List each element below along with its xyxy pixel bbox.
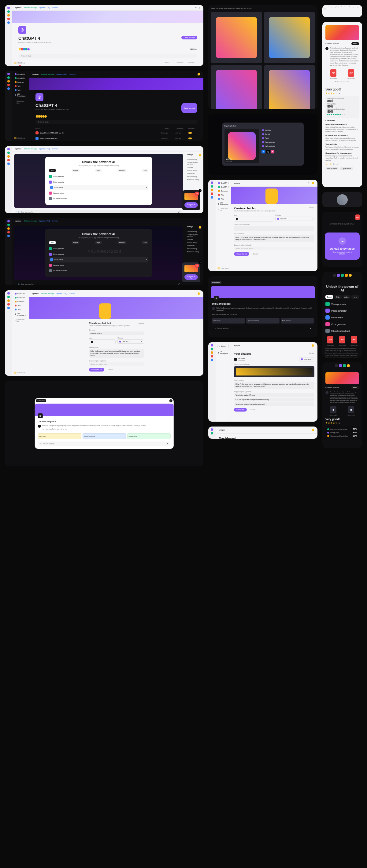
generated-image[interactable] [264,12,315,63]
chat-input[interactable]: ☺Ask me anything➤ [38,441,170,446]
tool-item[interactable]: Photo editor [326,314,359,321]
tool-item[interactable]: Video generator [49,174,148,179]
chat-row[interactable]: Upload form in HTML, CSS and JS1 min ago… [18,64,197,66]
tool-item[interactable]: Photo generator [49,179,148,185]
search-icon[interactable]: ⚲ [308,182,309,184]
prompt-input[interactable]: 📎Enter a prompt here🎤 [15,282,182,285]
panel-item[interactable]: Summarize [187,172,201,175]
panel-item[interactable]: Answer writing [187,175,201,178]
pdf-icon: PDF [330,69,336,77]
file-attachment[interactable]: PDFfile-name.pdf [343,69,359,79]
menu-icon[interactable] [333,274,336,277]
rail-dot[interactable] [7,21,10,24]
close-icon[interactable]: × [301,125,302,127]
export-pdf-button[interactable]: Export to PDF [340,167,353,170]
avatar[interactable] [197,73,200,76]
tab-low[interactable]: Low [142,169,148,172]
tool-item[interactable]: Education feedback [326,328,359,334]
tab-input[interactable]: Input [49,169,56,172]
tab-medium[interactable]: Medium [117,169,126,172]
rail-dot[interactable] [7,14,10,17]
export-option[interactable]: High-resolution [261,145,301,148]
panel-item[interactable]: Translate [187,166,201,169]
search-icon[interactable]: ⚲ [195,7,197,8]
x-icon[interactable]: 𝕏 [266,150,270,153]
avatar[interactable] [198,154,201,157]
tool-item[interactable]: Code generator [326,321,359,328]
sidebar-item[interactable]: Tally [14,85,28,88]
hide-analytics-button[interactable]: Hide analytics [326,167,339,170]
intro-textarea[interactable]: Hello, I'm Synapse a large language mode… [89,349,144,358]
mobile-upload: PDF Unlock the power of AI ☁ Upload to S… [322,212,362,267]
tab-high[interactable]: High [95,169,102,172]
tool-item[interactable]: Code generator [49,190,148,196]
create-chat-button[interactable]: Create new chat [181,36,197,39]
cancel-button[interactable]: Cancel [106,368,115,372]
quick-action[interactable]: Question answering [82,433,126,439]
create-chat-button[interactable]: Create new chat [181,103,197,113]
avatar[interactable] [349,274,352,277]
topbar-welcome[interactable]: Welcome message [24,7,37,8]
sidebar-item[interactable]: ChatGPT 4 [14,73,28,76]
tool-item[interactable]: Education feedback [49,196,148,202]
sidebar-item[interactable]: Tally [14,89,28,92]
generated-image[interactable] [211,65,262,109]
user-profile[interactable]: Clark Kevin [14,62,25,64]
tool-item[interactable]: Photo editor▾ [49,185,148,190]
verdict-title: Very good! [326,88,359,91]
sidebar-create[interactable]: + Create new chat [14,100,28,104]
panel-item[interactable]: Brainstorm writing [187,178,201,181]
rail-dot[interactable] [7,7,10,9]
send-icon[interactable]: ➤ [167,443,168,444]
quick-action[interactable]: Video maker [38,433,81,439]
notification-icon[interactable]: ◔ [199,7,200,8]
cover-upload[interactable] [234,226,314,231]
export-option[interactable]: Get link [261,133,301,136]
attach-icon[interactable]: 📎 [18,211,20,213]
create-bot-button[interactable]: Create chat bot [89,368,104,372]
botname-input[interactable]: UI8 Marketplace [89,332,144,335]
prompt-input[interactable]: 📎Enter a prompt here🎤 [15,210,182,213]
topbar-services[interactable]: Services [52,7,58,8]
chat-row[interactable]: Upload form in HTML, CSS and JS1 min ago… [35,130,197,136]
export-option[interactable]: Post it [261,136,301,140]
create-chat-button[interactable]: Create chat [234,408,247,411]
panel-item[interactable]: Fix spelling and grammar [187,161,201,166]
panel-item[interactable]: Improve writing [187,169,201,172]
generated-image[interactable] [211,12,262,63]
file-attachment[interactable]: PDFfile-name.pdf [326,69,341,79]
upload-card[interactable]: ☁ Upload to Synapse Recommended dimensio… [325,232,360,260]
tab-expert[interactable]: Expert [72,169,80,172]
sidebar-item[interactable]: UI8 Marketplace [14,93,28,97]
suggest-input[interactable]: What's your refund policy? [89,362,144,366]
panel-item[interactable]: Explain writing [187,158,201,161]
generated-image[interactable] [264,65,315,109]
logo-upload[interactable] [89,339,116,344]
mic-icon[interactable]: 🎤 [178,211,179,213]
breadcrumb[interactable]: Education feedback [326,43,339,44]
nav-back[interactable]: ‹ Settings [218,344,229,348]
marketplace-title: UI8 Marketplace [38,420,170,423]
emoji-icon[interactable]: ☺ [40,443,41,444]
export-option[interactable]: Auto-resolution [261,141,301,144]
preview-link[interactable]: Preview [139,322,144,324]
topbar-updates[interactable]: Updates & FAQ [39,7,50,8]
cover-preview[interactable] [234,366,314,377]
chat-row[interactable]: How do I create a website6 min ago3 min … [35,136,197,141]
tool-item[interactable]: Photo generator [326,307,359,314]
dribbble-icon[interactable]: ● [271,150,274,153]
search-input[interactable]: ⚲ Search chats [35,120,197,124]
close-icon[interactable]: × [169,399,172,402]
sidebar-item[interactable]: Generator [14,81,28,84]
export-option[interactable]: Via Email [261,129,301,132]
rail-dot[interactable] [7,18,10,20]
model-select[interactable]: ChatGPT 4▾ [117,339,144,344]
search-input[interactable]: ⚲ Search chats [18,54,197,58]
tool-item[interactable]: Video generator [326,301,359,307]
rail-dot[interactable] [7,10,10,13]
upgrade-button[interactable]: Upgrade to Pro [185,202,198,208]
facebook-icon[interactable]: f [261,150,265,153]
share-button[interactable]: Share [351,42,359,45]
quick-action[interactable]: Photo generate [127,433,171,439]
sidebar-item[interactable]: ChatGPT 4 [14,77,28,80]
